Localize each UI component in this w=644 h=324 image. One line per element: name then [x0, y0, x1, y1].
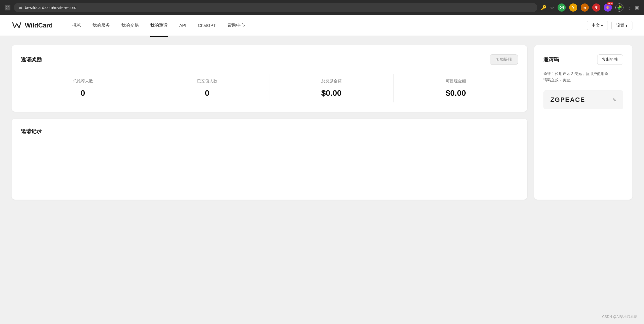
svg-rect-1	[8, 6, 9, 7]
invite-code-title: 邀请码	[543, 56, 559, 63]
content-layout: 邀请奖励 奖励提现 总推荐人数 0 已充值人数 0 总奖励金额 $0.00	[12, 45, 632, 200]
browser-chrome: bewildcard.com/invite-record 🔑 ☆ ON Y ∞ …	[0, 0, 644, 15]
logo-text: WildCard	[25, 22, 53, 29]
nav-right: 中文 ▾ 设置 ▾	[587, 21, 632, 30]
invite-record-card: 邀请记录	[12, 119, 527, 200]
ext-on-icon[interactable]: ON	[558, 3, 566, 12]
stat-withdrawable: 可提现金额 $0.00	[394, 74, 518, 102]
lang-button[interactable]: 中文 ▾	[587, 21, 608, 30]
url-text: bewildcard.com/invite-record	[25, 5, 76, 10]
stats-grid: 总推荐人数 0 已充值人数 0 总奖励金额 $0.00 可提现金额 $0.00	[21, 74, 518, 102]
invite-reward-card: 邀请奖励 奖励提现 总推荐人数 0 已充值人数 0 总奖励金额 $0.00	[12, 45, 527, 112]
copy-link-button[interactable]: 复制链接	[597, 54, 623, 65]
ext-y-icon[interactable]: Y	[569, 3, 577, 12]
stat-withdrawable-label: 可提现金额	[401, 79, 511, 84]
invite-record-title: 邀请记录	[21, 128, 518, 135]
stat-total-referrals: 总推荐人数 0	[21, 74, 145, 102]
stat-recharged-users-label: 已充值人数	[152, 79, 262, 84]
lock-icon	[18, 5, 23, 10]
reward-withdraw-button[interactable]: 奖励提现	[490, 54, 518, 65]
invite-code-card: 邀请码 复制链接 邀请 1 位用户返 2 美元，新用户使用邀 请码立减 2 美金…	[534, 45, 632, 200]
browser-right-icons: 🔑 ☆ ON Y ∞ 🎙 🎨 NEW 🧩 ⋮ ▣	[541, 3, 639, 12]
nav-my-trade[interactable]: 我的交易	[116, 20, 145, 30]
ext-infinity-icon[interactable]: ∞	[581, 3, 589, 12]
svg-rect-0	[6, 6, 7, 7]
nav-my-service[interactable]: 我的服务	[87, 20, 116, 30]
nav-logo: WildCard	[12, 20, 53, 31]
stat-withdrawable-value: $0.00	[401, 89, 511, 98]
stat-total-reward: 总奖励金额 $0.00	[269, 74, 394, 102]
nav-api[interactable]: API	[173, 21, 192, 30]
ext-mic-icon[interactable]: 🎙	[592, 3, 600, 12]
nav-bar: WildCard 概览 我的服务 我的交易 我的邀请 API ChatGPT 帮…	[0, 15, 644, 36]
nav-overview[interactable]: 概览	[66, 20, 87, 30]
left-column: 邀请奖励 奖励提现 总推荐人数 0 已充值人数 0 总奖励金额 $0.00	[12, 45, 527, 200]
page-bg: 邀请奖励 奖励提现 总推荐人数 0 已充值人数 0 总奖励金额 $0.00	[0, 36, 644, 324]
svg-rect-3	[19, 7, 22, 9]
invite-code-header: 邀请码 复制链接	[543, 54, 623, 65]
invite-reward-title: 邀请奖励	[21, 56, 42, 63]
invite-description: 邀请 1 位用户返 2 美元，新用户使用邀 请码立减 2 美金。	[543, 71, 623, 83]
tab-icon	[5, 5, 10, 10]
svg-rect-2	[6, 8, 7, 9]
settings-button[interactable]: 设置 ▾	[611, 21, 632, 30]
stat-total-reward-label: 总奖励金额	[276, 79, 386, 84]
star-icon[interactable]: ☆	[550, 5, 554, 10]
stat-recharged-users: 已充值人数 0	[145, 74, 269, 102]
stat-total-reward-value: $0.00	[276, 89, 386, 98]
menu-icon[interactable]: ⋮	[627, 5, 632, 10]
stat-total-referrals-value: 0	[28, 89, 138, 98]
nav-my-invite[interactable]: 我的邀请	[145, 20, 173, 30]
edit-icon[interactable]: ✎	[612, 97, 616, 103]
stat-total-referrals-label: 总推荐人数	[28, 79, 138, 84]
key-icon[interactable]: 🔑	[541, 5, 547, 10]
invite-code-text: ZGPEACE	[550, 96, 585, 104]
nav-links: 概览 我的服务 我的交易 我的邀请 API ChatGPT 帮助中心	[66, 20, 587, 30]
url-bar[interactable]: bewildcard.com/invite-record	[14, 3, 537, 12]
invite-reward-header: 邀请奖励 奖励提现	[21, 54, 518, 65]
sidebar-icon[interactable]: ▣	[635, 5, 639, 10]
nav-help[interactable]: 帮助中心	[222, 20, 251, 30]
nav-chatgpt[interactable]: ChatGPT	[192, 21, 222, 30]
footer-watermark: CSDN @AI架构师易哥	[602, 314, 637, 319]
stat-recharged-users-value: 0	[152, 89, 262, 98]
invite-code-display: ZGPEACE ✎	[543, 90, 623, 109]
logo-icon	[12, 20, 22, 31]
ext-new-icon[interactable]: 🎨 NEW	[604, 3, 612, 12]
ext-puzzle-icon[interactable]: 🧩	[615, 3, 623, 12]
